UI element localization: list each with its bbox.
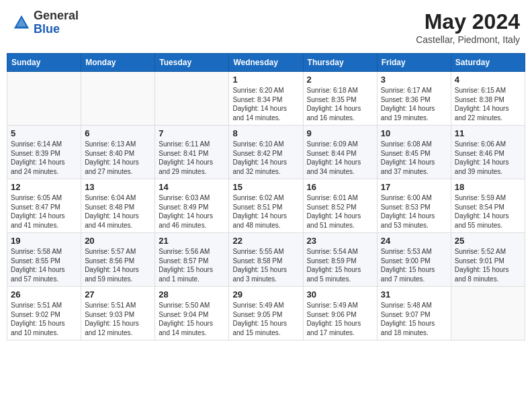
cell-sun-info: Sunrise: 5:48 AM Sunset: 9:07 PM Dayligh… [381, 301, 447, 337]
calendar-header: SundayMondayTuesdayWednesdayThursdayFrid… [7, 54, 525, 72]
calendar-cell: 5Sunrise: 6:14 AM Sunset: 8:39 PM Daylig… [7, 126, 81, 179]
day-number: 14 [159, 182, 225, 192]
day-number: 7 [159, 128, 225, 138]
day-number: 22 [232, 236, 299, 246]
day-number: 19 [11, 236, 77, 246]
calendar-cell [451, 287, 525, 340]
calendar-cell: 20Sunrise: 5:57 AM Sunset: 8:56 PM Dayli… [81, 233, 155, 287]
calendar-cell: 22Sunrise: 5:55 AM Sunset: 8:58 PM Dayli… [229, 233, 303, 287]
day-number: 28 [159, 289, 225, 300]
day-header-monday: Monday [81, 54, 155, 72]
calendar-cell: 26Sunrise: 5:51 AM Sunset: 9:02 PM Dayli… [7, 287, 81, 340]
day-number: 6 [85, 128, 151, 138]
day-number: 4 [455, 75, 521, 85]
day-number: 3 [381, 75, 447, 85]
calendar-cell [7, 72, 81, 126]
cell-sun-info: Sunrise: 5:49 AM Sunset: 9:05 PM Dayligh… [232, 301, 299, 337]
cell-sun-info: Sunrise: 6:03 AM Sunset: 8:49 PM Dayligh… [159, 193, 225, 230]
day-number: 24 [381, 236, 447, 246]
day-number: 5 [11, 128, 77, 138]
calendar-week-2: 5Sunrise: 6:14 AM Sunset: 8:39 PM Daylig… [7, 126, 525, 179]
day-number: 20 [85, 236, 151, 246]
calendar-cell: 23Sunrise: 5:54 AM Sunset: 8:59 PM Dayli… [303, 233, 377, 287]
days-of-week-row: SundayMondayTuesdayWednesdayThursdayFrid… [7, 54, 525, 72]
calendar-cell: 14Sunrise: 6:03 AM Sunset: 8:49 PM Dayli… [155, 179, 229, 233]
day-number: 29 [232, 289, 299, 300]
calendar-cell: 6Sunrise: 6:13 AM Sunset: 8:40 PM Daylig… [81, 126, 155, 179]
day-header-sunday: Sunday [7, 54, 81, 72]
logo-general-text: General [34, 9, 79, 23]
calendar-cell: 19Sunrise: 5:58 AM Sunset: 8:55 PM Dayli… [7, 233, 81, 287]
cell-sun-info: Sunrise: 6:17 AM Sunset: 8:36 PM Dayligh… [381, 86, 447, 122]
calendar-cell: 2Sunrise: 6:18 AM Sunset: 8:35 PM Daylig… [303, 72, 377, 126]
day-number: 10 [381, 128, 447, 138]
calendar-cell: 8Sunrise: 6:10 AM Sunset: 8:42 PM Daylig… [229, 126, 303, 179]
calendar-cell: 16Sunrise: 6:01 AM Sunset: 8:52 PM Dayli… [303, 179, 377, 233]
calendar-cell: 13Sunrise: 6:04 AM Sunset: 8:48 PM Dayli… [81, 179, 155, 233]
location-subtitle: Castellar, Piedmont, Italy [416, 34, 520, 45]
day-number: 15 [232, 182, 299, 192]
cell-sun-info: Sunrise: 5:55 AM Sunset: 8:58 PM Dayligh… [232, 247, 299, 283]
cell-sun-info: Sunrise: 6:11 AM Sunset: 8:41 PM Dayligh… [159, 140, 225, 176]
day-number: 27 [85, 289, 151, 300]
calendar-cell: 25Sunrise: 5:52 AM Sunset: 9:01 PM Dayli… [451, 233, 525, 287]
day-header-thursday: Thursday [303, 54, 377, 72]
calendar-cell: 30Sunrise: 5:49 AM Sunset: 9:06 PM Dayli… [303, 287, 377, 340]
calendar-cell: 24Sunrise: 5:53 AM Sunset: 9:00 PM Dayli… [377, 233, 451, 287]
cell-sun-info: Sunrise: 6:18 AM Sunset: 8:35 PM Dayligh… [307, 86, 373, 122]
cell-sun-info: Sunrise: 5:57 AM Sunset: 8:56 PM Dayligh… [85, 247, 151, 283]
day-number: 25 [455, 236, 521, 246]
header: General Blue May 2024 Castellar, Piedmon… [7, 7, 525, 48]
day-header-tuesday: Tuesday [155, 54, 229, 72]
day-number: 31 [381, 289, 447, 300]
cell-sun-info: Sunrise: 6:02 AM Sunset: 8:51 PM Dayligh… [232, 193, 299, 230]
day-number: 12 [11, 182, 77, 192]
day-number: 17 [381, 182, 447, 192]
cell-sun-info: Sunrise: 6:20 AM Sunset: 8:34 PM Dayligh… [232, 86, 299, 122]
calendar-cell: 4Sunrise: 6:15 AM Sunset: 8:38 PM Daylig… [451, 72, 525, 126]
logo-icon [12, 13, 31, 32]
calendar-cell: 11Sunrise: 6:06 AM Sunset: 8:46 PM Dayli… [451, 126, 525, 179]
calendar-body: 1Sunrise: 6:20 AM Sunset: 8:34 PM Daylig… [7, 72, 525, 340]
calendar-week-5: 26Sunrise: 5:51 AM Sunset: 9:02 PM Dayli… [7, 287, 525, 340]
logo: General Blue [12, 9, 79, 36]
day-number: 1 [232, 75, 299, 85]
cell-sun-info: Sunrise: 6:06 AM Sunset: 8:46 PM Dayligh… [455, 140, 521, 176]
cell-sun-info: Sunrise: 5:53 AM Sunset: 9:00 PM Dayligh… [381, 247, 447, 283]
day-number: 11 [455, 128, 521, 138]
cell-sun-info: Sunrise: 5:56 AM Sunset: 8:57 PM Dayligh… [159, 247, 225, 283]
calendar-cell: 29Sunrise: 5:49 AM Sunset: 9:05 PM Dayli… [229, 287, 303, 340]
day-number: 30 [307, 289, 373, 300]
calendar-cell: 9Sunrise: 6:09 AM Sunset: 8:44 PM Daylig… [303, 126, 377, 179]
cell-sun-info: Sunrise: 5:49 AM Sunset: 9:06 PM Dayligh… [307, 301, 373, 337]
month-title: May 2024 [416, 9, 520, 34]
day-number: 21 [159, 236, 225, 246]
day-header-friday: Friday [377, 54, 451, 72]
calendar-cell: 28Sunrise: 5:50 AM Sunset: 9:04 PM Dayli… [155, 287, 229, 340]
cell-sun-info: Sunrise: 6:10 AM Sunset: 8:42 PM Dayligh… [232, 140, 299, 176]
title-area: May 2024 Castellar, Piedmont, Italy [416, 9, 520, 45]
calendar-cell: 10Sunrise: 6:08 AM Sunset: 8:45 PM Dayli… [377, 126, 451, 179]
cell-sun-info: Sunrise: 5:50 AM Sunset: 9:04 PM Dayligh… [159, 301, 225, 337]
cell-sun-info: Sunrise: 6:13 AM Sunset: 8:40 PM Dayligh… [85, 140, 151, 176]
day-header-wednesday: Wednesday [229, 54, 303, 72]
cell-sun-info: Sunrise: 5:59 AM Sunset: 8:54 PM Dayligh… [455, 193, 521, 230]
cell-sun-info: Sunrise: 6:05 AM Sunset: 8:47 PM Dayligh… [11, 193, 77, 230]
day-number: 9 [307, 128, 373, 138]
calendar-cell: 18Sunrise: 5:59 AM Sunset: 8:54 PM Dayli… [451, 179, 525, 233]
calendar-cell: 15Sunrise: 6:02 AM Sunset: 8:51 PM Dayli… [229, 179, 303, 233]
calendar-table: SundayMondayTuesdayWednesdayThursdayFrid… [7, 53, 525, 340]
day-number: 8 [232, 128, 299, 138]
calendar-cell: 1Sunrise: 6:20 AM Sunset: 8:34 PM Daylig… [229, 72, 303, 126]
day-number: 13 [85, 182, 151, 192]
day-number: 26 [11, 289, 77, 300]
cell-sun-info: Sunrise: 6:01 AM Sunset: 8:52 PM Dayligh… [307, 193, 373, 230]
calendar-week-1: 1Sunrise: 6:20 AM Sunset: 8:34 PM Daylig… [7, 72, 525, 126]
calendar-week-4: 19Sunrise: 5:58 AM Sunset: 8:55 PM Dayli… [7, 233, 525, 287]
cell-sun-info: Sunrise: 6:15 AM Sunset: 8:38 PM Dayligh… [455, 86, 521, 122]
cell-sun-info: Sunrise: 5:54 AM Sunset: 8:59 PM Dayligh… [307, 247, 373, 283]
day-number: 16 [307, 182, 373, 192]
cell-sun-info: Sunrise: 5:51 AM Sunset: 9:02 PM Dayligh… [11, 301, 77, 337]
day-number: 23 [307, 236, 373, 246]
cell-sun-info: Sunrise: 5:51 AM Sunset: 9:03 PM Dayligh… [85, 301, 151, 337]
